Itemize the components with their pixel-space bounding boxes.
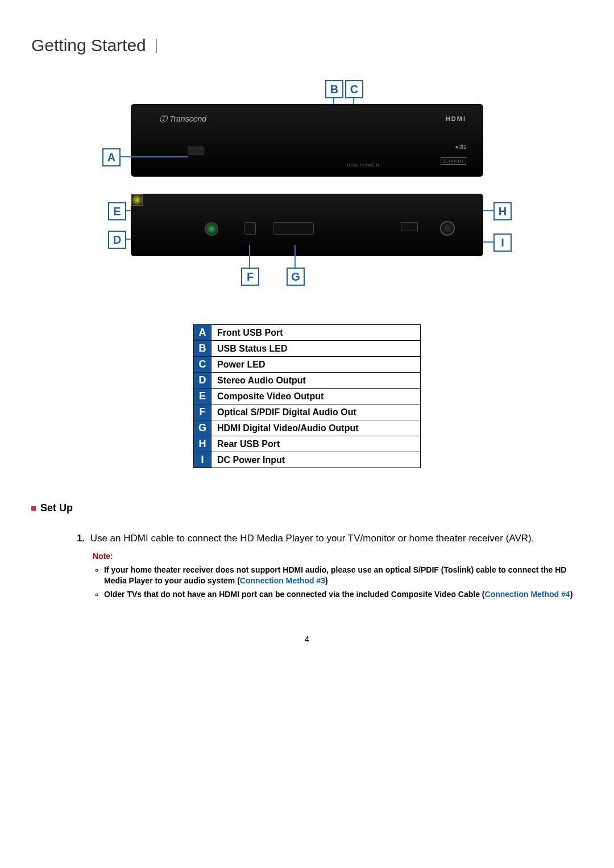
steps-list: 1. Use an HDMI cable to connect the HD M…: [31, 531, 583, 600]
note-pre: If your home theater receiver does not s…: [104, 565, 566, 586]
legend-row: DStereo Audio Output: [194, 373, 421, 389]
legend-desc: DC Power Input: [211, 452, 421, 468]
legend-letter: H: [194, 436, 211, 452]
legend-desc: USB Status LED: [211, 341, 421, 357]
stereo-jack: [205, 222, 218, 236]
label-e: E: [108, 202, 126, 220]
leader-a: [119, 156, 188, 157]
note-pre: Older TVs that do not have an HDMI port …: [104, 590, 485, 599]
legend-letter: C: [194, 357, 211, 373]
label-g: G: [287, 268, 305, 286]
legend-row: IDC Power Input: [194, 452, 421, 468]
legend-desc: HDMI Digital Video/Audio Output: [211, 420, 421, 436]
leader-f: [249, 245, 250, 268]
note-list: If your home theater receiver does not s…: [93, 565, 583, 600]
device-front-view: Ⓣ Transcend HDMI ●dts ▯▯ DOLBY USB POWER: [131, 104, 483, 177]
page-number: 4: [31, 634, 583, 644]
legend-desc: Stereo Audio Output: [211, 373, 421, 389]
legend-letter: B: [194, 341, 211, 357]
legend-row: EComposite Video Output: [194, 389, 421, 404]
legend-row: HRear USB Port: [194, 436, 421, 452]
section-title: Set Up: [40, 502, 73, 514]
legend-row: BUSB Status LED: [194, 341, 421, 357]
hdmi-port: [273, 222, 314, 235]
legend-letter: E: [194, 389, 211, 404]
legend-letter: I: [194, 452, 211, 468]
note-item: Older TVs that do not have an HDMI port …: [104, 589, 583, 600]
label-f: F: [241, 268, 259, 286]
label-c: C: [345, 80, 363, 98]
usb-power-label: USB POWER: [347, 162, 380, 168]
legend-row: AFront USB Port: [194, 325, 421, 341]
note-item: If your home theater receiver does not s…: [104, 565, 583, 587]
front-usb-port: [188, 147, 204, 155]
legend-body: AFront USB Port BUSB Status LED CPower L…: [194, 325, 421, 468]
page-title: Getting Started︱: [31, 34, 583, 57]
label-b: B: [325, 80, 343, 98]
section-setup: Set Up: [31, 502, 583, 514]
note-post: ): [570, 590, 573, 599]
label-i: I: [493, 233, 512, 252]
note-post: ): [325, 576, 328, 585]
composite-jack: [131, 194, 143, 206]
note-label: Note:: [93, 550, 583, 562]
legend-row: FOptical S/PDIF Digital Audio Out: [194, 404, 421, 420]
device-back-view: [131, 194, 483, 256]
title-text: Getting Started: [31, 36, 146, 55]
legend-desc: Front USB Port: [211, 325, 421, 341]
note-link[interactable]: Connection Method #3: [240, 576, 325, 585]
dts-logo: ●dts: [455, 144, 466, 150]
legend-row: CPower LED: [194, 357, 421, 373]
legend-desc: Power LED: [211, 357, 421, 373]
hdmi-logo: HDMI: [446, 115, 466, 122]
device-diagram: B C Ⓣ Transcend HDMI ●dts ▯▯ DOLBY USB P…: [102, 80, 512, 290]
legend-row: GHDMI Digital Video/Audio Output: [194, 420, 421, 436]
label-h: H: [493, 202, 512, 220]
leader-g: [294, 245, 296, 268]
legend-desc: Composite Video Output: [211, 389, 421, 404]
label-a: A: [102, 148, 121, 166]
brand-logo: Ⓣ Transcend: [159, 114, 206, 124]
step-text: Use an HDMI cable to connect the HD Medi…: [90, 533, 534, 544]
label-d: D: [108, 231, 126, 249]
legend-letter: A: [194, 325, 211, 341]
note-link[interactable]: Connection Method #4: [485, 590, 570, 599]
legend-table: AFront USB Port BUSB Status LED CPower L…: [193, 324, 421, 468]
step-number: 1.: [77, 533, 85, 544]
optical-port: [244, 222, 256, 235]
step-item: 1. Use an HDMI cable to connect the HD M…: [77, 531, 583, 600]
dolby-logo: ▯▯ DOLBY: [441, 157, 466, 165]
legend-desc: Rear USB Port: [211, 436, 421, 452]
dc-port: [440, 221, 455, 236]
legend-letter: D: [194, 373, 211, 389]
legend-desc: Optical S/PDIF Digital Audio Out: [211, 404, 421, 420]
rear-usb-port: [401, 222, 418, 231]
bullet-icon: [31, 506, 36, 511]
legend-letter: G: [194, 420, 211, 436]
legend-letter: F: [194, 404, 211, 420]
